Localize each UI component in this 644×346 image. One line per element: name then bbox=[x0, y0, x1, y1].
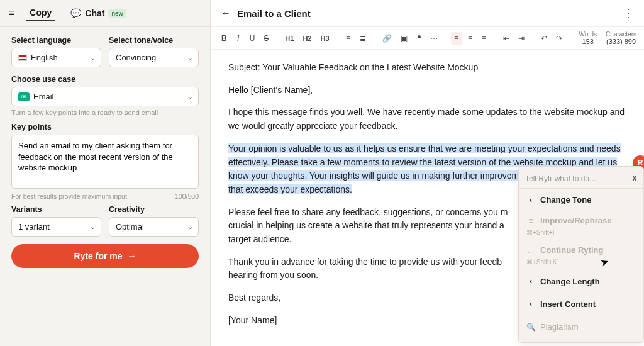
editor-pane: ← Email to a Client ⋮ B I U S H1 H2 H3 ≡… bbox=[211, 0, 644, 346]
popup-plagiarism: 🔍 Plagiarism bbox=[519, 316, 643, 338]
bold-button[interactable]: B bbox=[218, 32, 230, 45]
ryte-button[interactable]: Ryte for me → bbox=[11, 244, 199, 268]
continue-icon: … bbox=[526, 245, 535, 257]
chevron-left-icon: ‹ bbox=[526, 276, 535, 287]
popup-change-length[interactable]: ‹ Change Length bbox=[519, 271, 643, 293]
keypoints-count: 100/500 bbox=[175, 193, 199, 200]
popup-placeholder[interactable]: Tell Rytr what to do… bbox=[525, 173, 597, 185]
quote-button[interactable]: ❝ bbox=[413, 32, 425, 45]
chars-label: Characters bbox=[606, 31, 636, 38]
underline-button[interactable]: U bbox=[247, 32, 258, 45]
align-right-button[interactable]: ≡ bbox=[479, 32, 490, 45]
variants-select[interactable]: 1 variant ⌄ bbox=[11, 217, 101, 237]
doc-header: ← Email to a Client ⋮ bbox=[211, 0, 644, 27]
variants-value: 1 variant bbox=[18, 222, 50, 232]
email-icon: ✉ bbox=[18, 92, 30, 101]
h1-button[interactable]: H1 bbox=[282, 33, 297, 44]
tone-label: Select tone/voice bbox=[109, 36, 199, 45]
back-arrow-icon[interactable]: ← bbox=[221, 8, 231, 19]
chevron-left-icon: ‹ bbox=[526, 194, 535, 206]
doc-greeting: Hello [Client's Name], bbox=[228, 84, 626, 98]
number-list-button[interactable]: ≣ bbox=[357, 32, 369, 45]
sidebar: ≡ Copy 💬 Chat new Select language Englis… bbox=[0, 0, 211, 346]
popup-change-tone[interactable]: ‹ Change Tone bbox=[519, 189, 643, 211]
doc-body[interactable]: Subject: Your Valuable Feedback on the L… bbox=[211, 50, 644, 346]
sidebar-tabs: ≡ Copy 💬 Chat new bbox=[0, 0, 210, 27]
h3-button[interactable]: H3 bbox=[317, 33, 332, 44]
outdent-button[interactable]: ⇤ bbox=[500, 32, 513, 45]
align-left-button[interactable]: ≡ bbox=[451, 32, 462, 45]
align-center-button[interactable]: ≡ bbox=[465, 32, 476, 45]
language-value: English bbox=[31, 53, 58, 62]
link-button[interactable]: 🔗 bbox=[379, 32, 395, 45]
usecase-select[interactable]: ✉ Email ⌄ bbox=[11, 87, 199, 106]
keypoints-input[interactable] bbox=[11, 135, 199, 189]
arrow-right-icon: → bbox=[128, 251, 136, 261]
doc-subject: Subject: Your Valuable Feedback on the L… bbox=[228, 61, 626, 75]
variants-label: Variants bbox=[11, 205, 101, 214]
creativity-select[interactable]: Optimal ⌄ bbox=[109, 217, 199, 237]
chevron-down-icon: ⌄ bbox=[187, 223, 193, 231]
h2-button[interactable]: H2 bbox=[299, 33, 314, 44]
doc-stats: Words 153 Characters (333) 899 bbox=[579, 31, 636, 45]
strike-button[interactable]: S bbox=[260, 32, 272, 45]
popup-continue: … Continue Ryting ⌘+Shift+K bbox=[519, 241, 643, 271]
rephrase-icon: ≡ bbox=[526, 215, 535, 227]
doc-p1: I hope this message finds you well. We h… bbox=[228, 106, 626, 133]
creativity-label: Creativity bbox=[109, 205, 199, 214]
more-icon[interactable]: ⋮ bbox=[623, 6, 634, 20]
undo-button[interactable]: ↶ bbox=[538, 32, 550, 45]
keypoints-help: For best results provide maximum input bbox=[11, 193, 127, 200]
tone-value: Convincing bbox=[116, 53, 156, 62]
creativity-value: Optimal bbox=[116, 222, 144, 232]
chat-icon: 💬 bbox=[70, 8, 81, 18]
chevron-down-icon: ⌄ bbox=[90, 53, 96, 62]
new-badge: new bbox=[108, 9, 126, 18]
flag-icon bbox=[18, 55, 27, 61]
indent-button[interactable]: ⇥ bbox=[515, 32, 528, 45]
search-icon: 🔍 bbox=[526, 321, 535, 333]
words-label: Words bbox=[579, 31, 597, 38]
keypoints-label: Key points bbox=[11, 123, 199, 131]
tab-chat[interactable]: 💬 Chat new bbox=[67, 6, 130, 21]
editor-toolbar: B I U S H1 H2 H3 ≡ ≣ 🔗 ▣ ❝ ⋯ ≡ ≡ ≡ ⇤ ⇥ ↶… bbox=[211, 27, 644, 50]
bullet-list-button[interactable]: ≡ bbox=[343, 32, 354, 45]
redo-button[interactable]: ↷ bbox=[553, 32, 565, 45]
menu-icon[interactable]: ≡ bbox=[9, 8, 14, 19]
language-select[interactable]: English ⌄ bbox=[11, 48, 101, 67]
ryte-button-label: Ryte for me bbox=[74, 251, 122, 261]
close-icon[interactable]: X bbox=[632, 173, 637, 185]
tab-copy[interactable]: Copy bbox=[26, 5, 55, 21]
chevron-left-icon: ‹ bbox=[526, 298, 535, 310]
language-label: Select language bbox=[11, 36, 101, 45]
sidebar-form: Select language English ⌄ Select tone/vo… bbox=[0, 27, 210, 277]
popup-improve: ≡ Improve/Rephrase ⌘+Shift+I bbox=[519, 211, 643, 241]
ai-action-popup: Tell Rytr what to do… X ‹ Change Tone ≡ … bbox=[518, 166, 644, 343]
code-button[interactable]: ⋯ bbox=[427, 32, 441, 45]
chevron-down-icon: ⌄ bbox=[187, 92, 193, 101]
usecase-help: Turn a few key points into a ready to se… bbox=[11, 109, 199, 116]
chevron-down-icon: ⌄ bbox=[187, 53, 193, 62]
chars-value: (333) 899 bbox=[606, 38, 636, 45]
tab-chat-label: Chat bbox=[85, 8, 104, 18]
usecase-label: Choose use case bbox=[11, 75, 199, 84]
usecase-value: Email bbox=[33, 92, 54, 101]
image-button[interactable]: ▣ bbox=[397, 32, 411, 45]
doc-title[interactable]: Email to a Client bbox=[237, 8, 623, 19]
italic-button[interactable]: I bbox=[233, 32, 244, 45]
words-value: 153 bbox=[579, 38, 597, 45]
chevron-down-icon: ⌄ bbox=[90, 223, 96, 231]
tone-select[interactable]: Convincing ⌄ bbox=[109, 48, 199, 67]
popup-insert-content[interactable]: ‹ Insert Content bbox=[519, 293, 643, 316]
